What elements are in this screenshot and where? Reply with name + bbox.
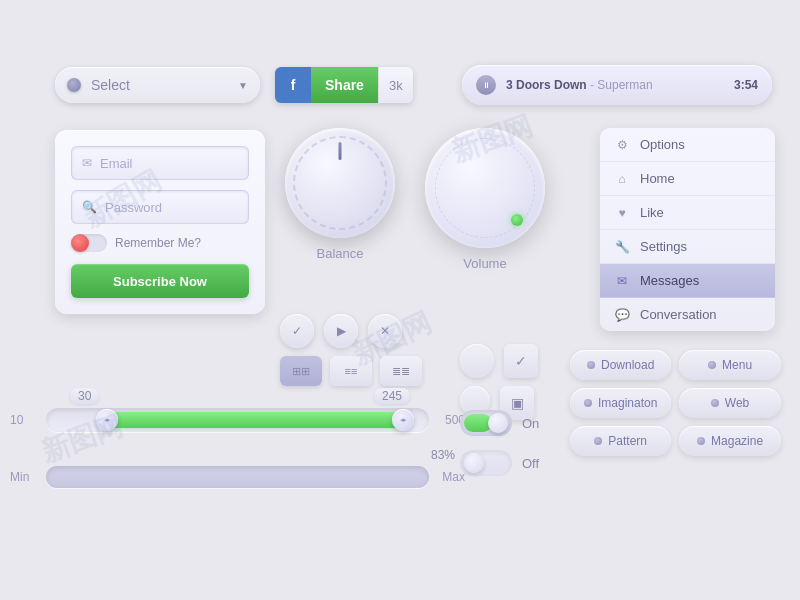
imagination-button[interactable]: Imaginaton: [570, 388, 671, 418]
view-controls: ⊞⊞ ≡≡ ≣≣: [280, 356, 422, 386]
check-button[interactable]: ✓: [280, 314, 314, 348]
range-track[interactable]: [46, 408, 429, 432]
search-icon: 🔍: [82, 200, 97, 214]
toggle-on-label: On: [522, 416, 539, 431]
menu-item-conversation-label: Conversation: [640, 307, 717, 322]
gear-icon: ⚙: [614, 138, 630, 152]
toggle-off-row: Off: [460, 450, 539, 476]
facebook-icon: f: [275, 67, 311, 103]
menu-button[interactable]: Menu: [679, 350, 780, 380]
volume-label: Volume: [420, 256, 550, 271]
share-button[interactable]: f Share 3k: [275, 67, 413, 103]
menu-dot: [708, 361, 716, 369]
menu-item-options-label: Options: [640, 137, 685, 152]
home-icon: ⌂: [614, 172, 630, 186]
web-button[interactable]: Web: [679, 388, 780, 418]
menu-panel: ⚙ Options ⌂ Home ♥ Like 🔧 Settings ✉ Mes…: [600, 128, 775, 331]
password-field[interactable]: 🔍 Password: [71, 190, 249, 224]
balance-knob-section: Balance: [280, 128, 400, 261]
progress-percent: 83%: [10, 448, 465, 462]
range-track-row: 10 500: [10, 408, 465, 432]
toggle-off-knob: [464, 453, 484, 473]
range-low-value: 30: [70, 388, 99, 404]
download-button[interactable]: Download: [570, 350, 671, 380]
magazine-dot: [697, 437, 705, 445]
login-form: ✉ Email 🔍 Password Remember Me? Subscrib…: [55, 130, 265, 314]
remember-label: Remember Me?: [115, 236, 201, 250]
heart-icon: ♥: [614, 206, 630, 220]
small-btn-row-1: ✓: [460, 344, 538, 378]
range-slider-section: 30 245 10 500: [10, 388, 465, 432]
volume-knob[interactable]: [425, 128, 545, 248]
progress-track[interactable]: [46, 466, 429, 488]
toggle-on-row: On: [460, 410, 539, 436]
select-label: Select: [91, 77, 238, 93]
small-square-btn-1[interactable]: ✓: [504, 344, 538, 378]
playback-controls: ✓ ▶ ✕: [280, 314, 402, 348]
small-buttons-section: ✓ ▣: [460, 344, 538, 420]
song-name: - Superman: [587, 78, 653, 92]
close-button[interactable]: ✕: [368, 314, 402, 348]
menu-item-messages[interactable]: ✉ Messages: [600, 264, 775, 298]
imagination-dot: [584, 399, 592, 407]
play-button[interactable]: ▶: [324, 314, 358, 348]
toggle-off-switch[interactable]: [460, 450, 512, 476]
download-dot: [587, 361, 595, 369]
toggles-section: On Off: [460, 410, 539, 490]
toggle-knob: [71, 234, 89, 252]
progress-section: 83% Min Max: [10, 448, 465, 488]
progress-min-label: Min: [10, 470, 38, 484]
detail-view-button[interactable]: ≣≣: [380, 356, 422, 386]
menu-item-settings-label: Settings: [640, 239, 687, 254]
select-dot-icon: [67, 78, 81, 92]
pattern-button[interactable]: Pattern: [570, 426, 671, 456]
remember-toggle[interactable]: [71, 234, 107, 252]
range-min-label: 10: [10, 413, 38, 427]
subscribe-button[interactable]: Subscribe Now: [71, 264, 249, 298]
volume-knob-section: Volume: [420, 128, 550, 271]
select-dropdown[interactable]: Select ▼: [55, 67, 260, 103]
wrench-icon: 🔧: [614, 240, 630, 254]
balance-label: Balance: [280, 246, 400, 261]
menu-item-settings[interactable]: 🔧 Settings: [600, 230, 775, 264]
range-handle-left[interactable]: [96, 409, 118, 431]
password-placeholder: Password: [105, 200, 162, 215]
remember-row: Remember Me?: [71, 234, 249, 252]
player-time: 3:54: [734, 78, 758, 92]
menu-item-options[interactable]: ⚙ Options: [600, 128, 775, 162]
chat-icon: 💬: [614, 308, 630, 322]
web-dot: [711, 399, 719, 407]
range-high-value: 245: [374, 388, 410, 404]
email-icon: ✉: [82, 156, 92, 170]
toggle-on-switch[interactable]: [460, 410, 512, 436]
artist-name: 3 Doors Down: [506, 78, 587, 92]
music-player: 3 Doors Down - Superman 3:54: [462, 65, 772, 105]
range-value-labels: 30 245: [10, 388, 465, 404]
menu-item-like[interactable]: ♥ Like: [600, 196, 775, 230]
action-buttons: Download Menu Imaginaton Web Pattern Mag…: [570, 350, 781, 456]
menu-item-messages-label: Messages: [640, 273, 699, 288]
knob-indicator: [339, 142, 342, 160]
list-view-button[interactable]: ≡≡: [330, 356, 372, 386]
grid-view-button[interactable]: ⊞⊞: [280, 356, 322, 386]
volume-indicator: [511, 214, 523, 226]
menu-item-like-label: Like: [640, 205, 664, 220]
menu-item-home[interactable]: ⌂ Home: [600, 162, 775, 196]
range-fill: [103, 412, 409, 428]
small-round-btn-1[interactable]: [460, 344, 494, 378]
toggle-on-knob: [488, 413, 508, 433]
menu-item-home-label: Home: [640, 171, 675, 186]
pattern-dot: [594, 437, 602, 445]
pause-button[interactable]: [476, 75, 496, 95]
email-field[interactable]: ✉ Email: [71, 146, 249, 180]
share-label: Share: [311, 67, 378, 103]
progress-bar-wrap: Min Max: [10, 466, 465, 488]
email-placeholder: Email: [100, 156, 133, 171]
share-count: 3k: [378, 67, 413, 103]
track-info: 3 Doors Down - Superman: [506, 78, 734, 92]
range-handle-right[interactable]: [392, 409, 414, 431]
magazine-button[interactable]: Magazine: [679, 426, 780, 456]
toggle-off-label: Off: [522, 456, 539, 471]
balance-knob[interactable]: [285, 128, 395, 238]
menu-item-conversation[interactable]: 💬 Conversation: [600, 298, 775, 331]
